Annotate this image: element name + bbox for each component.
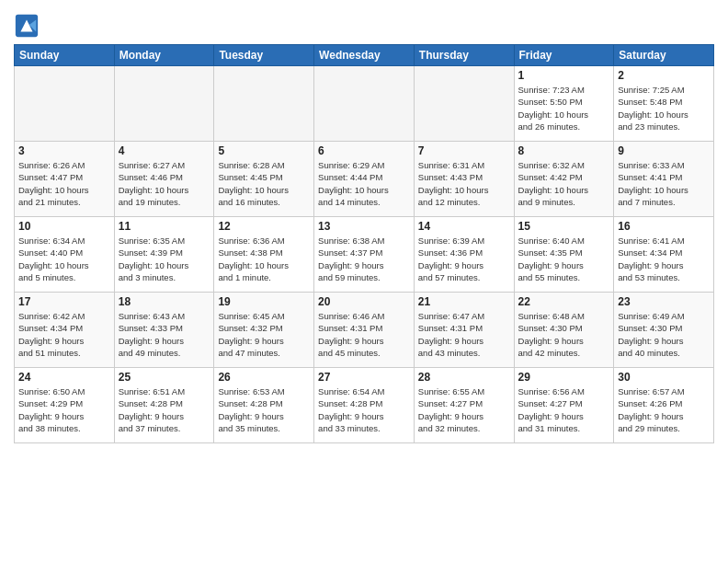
week-row-5: 24Sunrise: 6:50 AM Sunset: 4:29 PM Dayli… (15, 368, 714, 443)
page: SundayMondayTuesdayWednesdayThursdayFrid… (0, 0, 728, 563)
calendar-cell (114, 66, 214, 142)
day-number: 2 (618, 69, 710, 82)
calendar-cell: 21Sunrise: 6:47 AM Sunset: 4:31 PM Dayli… (414, 293, 514, 368)
calendar-cell: 4Sunrise: 6:27 AM Sunset: 4:46 PM Daylig… (114, 142, 214, 217)
day-info: Sunrise: 6:43 AM Sunset: 4:33 PM Dayligh… (119, 310, 210, 359)
calendar-cell (214, 66, 314, 142)
day-number: 20 (318, 295, 410, 308)
day-number: 4 (119, 144, 210, 157)
day-info: Sunrise: 6:31 AM Sunset: 4:43 PM Dayligh… (418, 159, 510, 208)
day-info: Sunrise: 6:45 AM Sunset: 4:32 PM Dayligh… (218, 310, 310, 359)
calendar-cell: 26Sunrise: 6:53 AM Sunset: 4:28 PM Dayli… (214, 368, 314, 443)
logo (14, 13, 43, 39)
calendar-cell: 23Sunrise: 6:49 AM Sunset: 4:30 PM Dayli… (614, 293, 714, 368)
day-number: 26 (218, 371, 310, 384)
day-info: Sunrise: 6:47 AM Sunset: 4:31 PM Dayligh… (418, 310, 510, 359)
day-number: 13 (318, 220, 410, 233)
day-info: Sunrise: 6:26 AM Sunset: 4:47 PM Dayligh… (18, 159, 110, 208)
day-number: 30 (618, 371, 710, 384)
day-number: 3 (18, 144, 110, 157)
calendar-cell: 16Sunrise: 6:41 AM Sunset: 4:34 PM Dayli… (614, 217, 714, 293)
day-info: Sunrise: 6:46 AM Sunset: 4:31 PM Dayligh… (318, 310, 410, 359)
week-row-3: 10Sunrise: 6:34 AM Sunset: 4:40 PM Dayli… (15, 217, 714, 293)
day-number: 10 (18, 220, 110, 233)
header (14, 9, 714, 39)
calendar-cell: 17Sunrise: 6:42 AM Sunset: 4:34 PM Dayli… (15, 293, 115, 368)
day-info: Sunrise: 6:29 AM Sunset: 4:44 PM Dayligh… (318, 159, 410, 208)
day-info: Sunrise: 6:55 AM Sunset: 4:27 PM Dayligh… (418, 385, 510, 434)
calendar-cell (314, 66, 415, 142)
day-info: Sunrise: 6:54 AM Sunset: 4:28 PM Dayligh… (318, 385, 410, 434)
calendar-cell: 6Sunrise: 6:29 AM Sunset: 4:44 PM Daylig… (314, 142, 415, 217)
calendar-cell: 22Sunrise: 6:48 AM Sunset: 4:30 PM Dayli… (514, 293, 614, 368)
day-info: Sunrise: 6:36 AM Sunset: 4:38 PM Dayligh… (218, 235, 310, 283)
day-number: 29 (518, 371, 610, 384)
calendar-cell: 30Sunrise: 6:57 AM Sunset: 4:26 PM Dayli… (614, 368, 714, 443)
logo-icon (14, 13, 40, 39)
day-info: Sunrise: 6:56 AM Sunset: 4:27 PM Dayligh… (518, 385, 610, 434)
calendar-cell: 14Sunrise: 6:39 AM Sunset: 4:36 PM Dayli… (414, 217, 514, 293)
day-info: Sunrise: 6:38 AM Sunset: 4:37 PM Dayligh… (318, 235, 410, 283)
day-number: 23 (618, 295, 710, 308)
calendar-cell: 2Sunrise: 7:25 AM Sunset: 5:48 PM Daylig… (614, 66, 714, 142)
day-number: 27 (318, 371, 410, 384)
calendar-cell (414, 66, 514, 142)
calendar-cell: 28Sunrise: 6:55 AM Sunset: 4:27 PM Dayli… (414, 368, 514, 443)
day-number: 8 (518, 144, 610, 157)
day-info: Sunrise: 6:48 AM Sunset: 4:30 PM Dayligh… (518, 310, 610, 359)
day-info: Sunrise: 6:49 AM Sunset: 4:30 PM Dayligh… (618, 310, 710, 359)
day-number: 14 (418, 220, 510, 233)
day-info: Sunrise: 6:57 AM Sunset: 4:26 PM Dayligh… (618, 385, 710, 434)
day-info: Sunrise: 6:51 AM Sunset: 4:28 PM Dayligh… (119, 385, 210, 434)
calendar-cell: 10Sunrise: 6:34 AM Sunset: 4:40 PM Dayli… (15, 217, 115, 293)
weekday-thursday: Thursday (414, 45, 514, 66)
day-number: 15 (518, 220, 610, 233)
day-number: 1 (518, 69, 610, 82)
weekday-sunday: Sunday (15, 45, 115, 66)
weekday-saturday: Saturday (614, 45, 714, 66)
weekday-header-row: SundayMondayTuesdayWednesdayThursdayFrid… (15, 45, 714, 66)
calendar-cell: 12Sunrise: 6:36 AM Sunset: 4:38 PM Dayli… (214, 217, 314, 293)
day-info: Sunrise: 7:25 AM Sunset: 5:48 PM Dayligh… (618, 84, 710, 132)
calendar-cell: 20Sunrise: 6:46 AM Sunset: 4:31 PM Dayli… (314, 293, 415, 368)
calendar-cell: 29Sunrise: 6:56 AM Sunset: 4:27 PM Dayli… (514, 368, 614, 443)
calendar-cell: 7Sunrise: 6:31 AM Sunset: 4:43 PM Daylig… (414, 142, 514, 217)
calendar-cell: 25Sunrise: 6:51 AM Sunset: 4:28 PM Dayli… (114, 368, 214, 443)
calendar-cell: 15Sunrise: 6:40 AM Sunset: 4:35 PM Dayli… (514, 217, 614, 293)
week-row-1: 1Sunrise: 7:23 AM Sunset: 5:50 PM Daylig… (15, 66, 714, 142)
day-number: 7 (418, 144, 510, 157)
day-number: 5 (218, 144, 310, 157)
day-number: 6 (318, 144, 410, 157)
calendar: SundayMondayTuesdayWednesdayThursdayFrid… (14, 44, 714, 443)
day-info: Sunrise: 6:27 AM Sunset: 4:46 PM Dayligh… (119, 159, 210, 208)
day-info: Sunrise: 6:53 AM Sunset: 4:28 PM Dayligh… (218, 385, 310, 434)
calendar-cell: 8Sunrise: 6:32 AM Sunset: 4:42 PM Daylig… (514, 142, 614, 217)
weekday-friday: Friday (514, 45, 614, 66)
week-row-4: 17Sunrise: 6:42 AM Sunset: 4:34 PM Dayli… (15, 293, 714, 368)
day-number: 9 (618, 144, 710, 157)
day-number: 24 (18, 371, 110, 384)
day-info: Sunrise: 6:50 AM Sunset: 4:29 PM Dayligh… (18, 385, 110, 434)
day-number: 21 (418, 295, 510, 308)
calendar-cell: 5Sunrise: 6:28 AM Sunset: 4:45 PM Daylig… (214, 142, 314, 217)
day-info: Sunrise: 6:42 AM Sunset: 4:34 PM Dayligh… (18, 310, 110, 359)
calendar-cell: 24Sunrise: 6:50 AM Sunset: 4:29 PM Dayli… (15, 368, 115, 443)
day-number: 11 (119, 220, 210, 233)
calendar-cell: 27Sunrise: 6:54 AM Sunset: 4:28 PM Dayli… (314, 368, 415, 443)
calendar-cell: 13Sunrise: 6:38 AM Sunset: 4:37 PM Dayli… (314, 217, 415, 293)
calendar-cell: 18Sunrise: 6:43 AM Sunset: 4:33 PM Dayli… (114, 293, 214, 368)
calendar-cell: 19Sunrise: 6:45 AM Sunset: 4:32 PM Dayli… (214, 293, 314, 368)
day-number: 19 (218, 295, 310, 308)
day-info: Sunrise: 6:39 AM Sunset: 4:36 PM Dayligh… (418, 235, 510, 283)
day-info: Sunrise: 6:41 AM Sunset: 4:34 PM Dayligh… (618, 235, 710, 283)
day-info: Sunrise: 6:32 AM Sunset: 4:42 PM Dayligh… (518, 159, 610, 208)
day-number: 12 (218, 220, 310, 233)
week-row-2: 3Sunrise: 6:26 AM Sunset: 4:47 PM Daylig… (15, 142, 714, 217)
calendar-cell: 11Sunrise: 6:35 AM Sunset: 4:39 PM Dayli… (114, 217, 214, 293)
day-number: 22 (518, 295, 610, 308)
calendar-cell: 3Sunrise: 6:26 AM Sunset: 4:47 PM Daylig… (15, 142, 115, 217)
day-number: 25 (119, 371, 210, 384)
day-number: 28 (418, 371, 510, 384)
weekday-wednesday: Wednesday (314, 45, 415, 66)
day-number: 17 (18, 295, 110, 308)
